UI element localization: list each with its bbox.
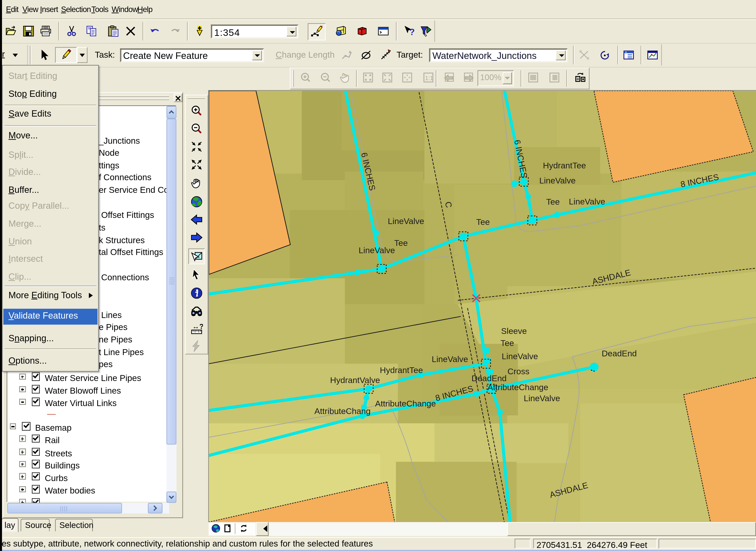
svg-text:LineValve: LineValve	[502, 352, 538, 361]
svg-text:↔?: ↔?	[192, 323, 203, 331]
svg-text:Tee: Tee	[501, 339, 514, 348]
svg-text:LineValve: LineValve	[524, 394, 560, 403]
svg-text:LineValve: LineValve	[539, 176, 576, 185]
svg-text:LineValve: LineValve	[359, 245, 395, 255]
svg-text:AttributeChange: AttributeChange	[487, 383, 548, 392]
svg-text:LineValve: LineValve	[388, 216, 424, 226]
svg-text:Cross: Cross	[507, 367, 529, 376]
svg-text:DeadEnd: DeadEnd	[602, 349, 637, 358]
svg-text:HydrantTee: HydrantTee	[543, 161, 586, 170]
svg-text:LineValve: LineValve	[432, 355, 468, 364]
svg-text:DeadEnd: DeadEnd	[472, 374, 507, 383]
svg-text:Tee: Tee	[546, 197, 560, 207]
svg-text:HydrantValve: HydrantValve	[330, 376, 380, 385]
svg-text:1:1: 1:1	[425, 75, 433, 81]
svg-text:Tee: Tee	[394, 238, 408, 248]
svg-text:Sleeve: Sleeve	[501, 327, 527, 336]
svg-text:LineValve: LineValve	[569, 197, 605, 206]
svg-text:HydrantTee: HydrantTee	[380, 366, 423, 375]
svg-text:AttributeChange: AttributeChange	[375, 399, 436, 408]
svg-text:AttributeChang: AttributeChang	[314, 407, 370, 416]
svg-text:?: ?	[409, 27, 415, 37]
svg-text:Tee: Tee	[476, 217, 490, 227]
